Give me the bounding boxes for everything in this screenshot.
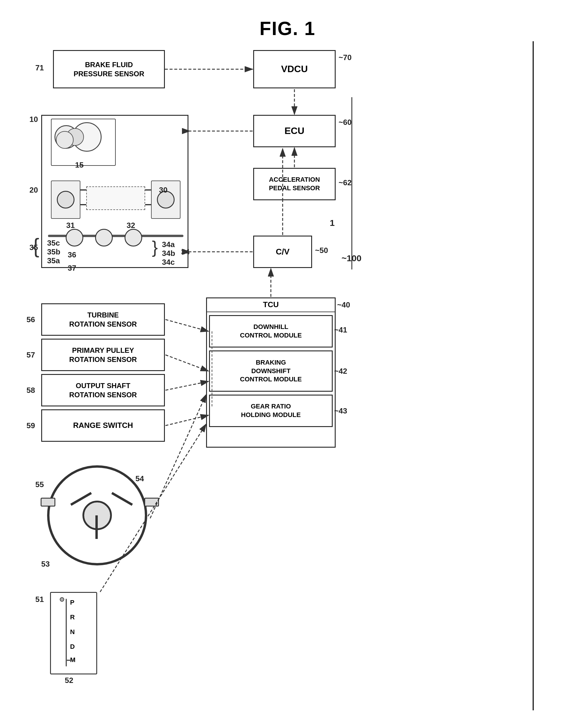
ref-36: 36: [68, 250, 76, 260]
vdcu-box: VDCU: [253, 50, 336, 88]
ref-100: ~100: [341, 253, 362, 263]
ref-40: ~40: [337, 300, 350, 309]
downhill-module-box: DOWNHILLCONTROL MODULE: [209, 315, 333, 348]
cv-box: C/V: [253, 236, 312, 268]
ref-31: 31: [66, 221, 75, 230]
accel-sensor-box: ACCELERATIONPEDAL SENSOR: [253, 168, 336, 200]
svg-line-13: [165, 415, 208, 426]
paddle-left: [41, 498, 55, 506]
svg-line-11: [165, 355, 208, 371]
ref-51: 51: [35, 595, 44, 604]
ref-1: 1: [330, 218, 335, 228]
ref-34b: 34b: [162, 249, 175, 258]
ref-60: ~60: [339, 118, 351, 127]
ref-37: 37: [68, 264, 76, 273]
gear-ratio-module-box: GEAR RATIOHOLDING MODULE: [209, 395, 333, 427]
range-switch-box: RANGE SWITCH: [41, 409, 165, 442]
ref-70: ~70: [339, 53, 351, 62]
ref-30: 30: [159, 186, 168, 195]
ref-57: 57: [27, 351, 35, 360]
ref-62: ~62: [339, 178, 351, 187]
ref-53: 53: [41, 560, 50, 569]
ref-35b: 35b: [47, 247, 60, 257]
ref-15: 15: [75, 161, 83, 170]
turbine-sensor-box: TURBINEROTATION SENSOR: [41, 303, 165, 336]
ref-56: 56: [27, 315, 35, 324]
ref-52: 52: [65, 676, 73, 685]
ref-34a: 34a: [162, 240, 175, 249]
ref-54: 54: [135, 474, 144, 483]
boundary-line: [533, 41, 534, 710]
braking-module-box: BRAKINGDOWNSHIFTCONTROL MODULE: [209, 351, 333, 392]
brake-sensor-box: BRAKE FLUIDPRESSURE SENSOR: [53, 50, 165, 88]
ref-35a: 35a: [47, 256, 60, 265]
brace-35: {: [32, 236, 39, 256]
svg-line-10: [165, 320, 208, 331]
output-sensor-box: OUTPUT SHAFTROTATION SENSOR: [41, 374, 165, 406]
ref-55: 55: [35, 480, 44, 489]
ref-59: 59: [27, 421, 35, 430]
paddle-right: [144, 498, 159, 506]
ref-34c: 34c: [162, 258, 175, 267]
ref-41: ~41: [334, 325, 347, 335]
ref-34: 34: [181, 247, 190, 257]
svg-line-12: [165, 382, 208, 390]
ref-58: 58: [27, 386, 35, 395]
brace-34: }: [152, 238, 158, 256]
ref-42: ~42: [334, 367, 347, 376]
gear-selector-outer: P R N D M: [50, 592, 97, 674]
ref-71: 71: [35, 63, 44, 72]
tcu-label: TCU: [206, 297, 336, 312]
page-title: FIG. 1: [0, 0, 575, 39]
ref-20: 20: [29, 186, 38, 195]
ref-43: ~43: [334, 406, 347, 416]
ref-32: 32: [127, 221, 135, 230]
ref-35c: 35c: [47, 238, 60, 248]
ref-10: 10: [29, 115, 38, 124]
ref-50: ~50: [315, 246, 328, 255]
primary-sensor-box: PRIMARY PULLEYROTATION SENSOR: [41, 339, 165, 371]
spoke-bottom: [95, 516, 98, 539]
ecu-box: ECU: [253, 115, 336, 147]
